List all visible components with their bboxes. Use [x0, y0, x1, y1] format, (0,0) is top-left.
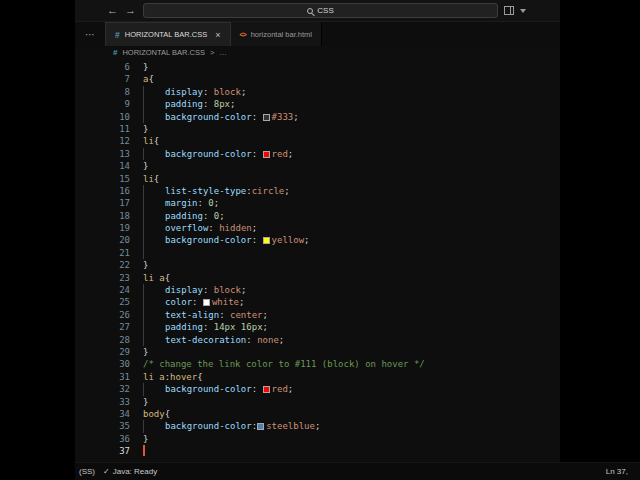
- token-val: #333: [272, 112, 294, 122]
- token-val: center: [230, 310, 263, 320]
- code-line-23[interactable]: 23li a{: [75, 272, 560, 284]
- java-status-icon: ✓: [103, 467, 110, 476]
- token-punct: :: [203, 322, 214, 332]
- code-line-11[interactable]: 11}: [75, 123, 560, 135]
- code-line-31[interactable]: 31li a:hover{: [75, 371, 560, 383]
- line-content: }: [143, 433, 148, 445]
- token-punct: {: [165, 273, 170, 283]
- code-line-19[interactable]: 19overflow: hidden;: [75, 222, 560, 234]
- token-punct: :: [252, 384, 263, 394]
- forward-icon[interactable]: →: [125, 5, 136, 16]
- line-number: 27: [75, 321, 130, 333]
- code-line-32[interactable]: 32background-color: red;: [75, 383, 560, 395]
- code-line-28[interactable]: 28text-decoration: none;: [75, 334, 560, 346]
- indent-guide: [143, 284, 165, 296]
- line-content: overflow: hidden;: [143, 222, 257, 234]
- token-prop: padding: [165, 322, 203, 332]
- cursor-position[interactable]: Ln 37,: [606, 467, 628, 476]
- code-line-18[interactable]: 18padding: 0;: [75, 210, 560, 222]
- token-punct: ;: [315, 421, 320, 431]
- line-content: /* change the link color to #111 (block)…: [143, 358, 425, 370]
- indent-guide: [143, 98, 165, 110]
- code-line-13[interactable]: 13background-color: red;: [75, 148, 560, 160]
- indent-guide: [143, 296, 165, 308]
- back-icon[interactable]: ←: [107, 5, 118, 16]
- code-line-15[interactable]: 15li{: [75, 173, 560, 185]
- code-line-17[interactable]: 17margin: 0;: [75, 197, 560, 209]
- token-punct: ;: [263, 322, 268, 332]
- line-content: padding: 8px;: [143, 98, 235, 110]
- indent-guide: [143, 383, 165, 395]
- breadcrumb: # HORIZONTAL BAR.CSS > …: [75, 46, 560, 59]
- token-val: circle: [252, 186, 285, 196]
- color-swatch: [263, 237, 270, 244]
- code-line-16[interactable]: 16list-style-type:circle;: [75, 185, 560, 197]
- token-punct: ;: [239, 297, 244, 307]
- code-line-10[interactable]: 10background-color: #333;: [75, 111, 560, 123]
- token-prop: padding: [165, 211, 203, 221]
- breadcrumb-file[interactable]: HORIZONTAL BAR.CSS: [122, 48, 205, 57]
- tab-horizontal-bar-html[interactable]: <> horizontal bar.html: [231, 22, 322, 46]
- token-val: block: [214, 285, 241, 295]
- line-number: 22: [75, 259, 130, 271]
- indent-guide: [143, 234, 165, 246]
- code-line-22[interactable]: 22}: [75, 259, 560, 271]
- line-number: 19: [75, 222, 130, 234]
- tab-horizontal-bar-css[interactable]: # HORIZONTAL BAR.CSS ×: [105, 22, 231, 46]
- line-number: 23: [75, 272, 130, 284]
- command-center-search[interactable]: CSS: [143, 3, 498, 18]
- code-line-20[interactable]: 20background-color: yellow;: [75, 234, 560, 246]
- code-line-34[interactable]: 34body{: [75, 408, 560, 420]
- line-content: }: [143, 259, 148, 271]
- code-line-33[interactable]: 33}: [75, 396, 560, 408]
- token-punct: ;: [241, 285, 246, 295]
- line-content: li{: [143, 135, 159, 147]
- code-line-29[interactable]: 29}: [75, 346, 560, 358]
- status-left-badge[interactable]: (SS): [79, 467, 95, 476]
- indent-guide: [143, 321, 165, 333]
- token-punct: :: [203, 99, 214, 109]
- indent-guide: [143, 210, 165, 222]
- line-number: 37: [75, 445, 130, 457]
- ellipsis-menu[interactable]: ⋯: [75, 22, 105, 46]
- token-punct: ;: [279, 335, 284, 345]
- code-line-14[interactable]: 14}: [75, 160, 560, 172]
- code-area[interactable]: 6}7a{8display: block;9padding: 8px;10bac…: [75, 59, 560, 462]
- token-punct: ;: [263, 310, 268, 320]
- line-number: 25: [75, 296, 130, 308]
- line-content: }: [143, 123, 148, 135]
- line-content: [143, 247, 165, 259]
- code-line-12[interactable]: 12li{: [75, 135, 560, 147]
- token-punct: }: [143, 62, 148, 72]
- token-punct: :: [203, 285, 214, 295]
- code-line-36[interactable]: 36}: [75, 433, 560, 445]
- code-line-30[interactable]: 30/* change the link color to #111 (bloc…: [75, 358, 560, 370]
- code-line-7[interactable]: 7a{: [75, 73, 560, 85]
- code-line-6[interactable]: 6}: [75, 61, 560, 73]
- line-content: }: [143, 160, 148, 172]
- breadcrumb-more[interactable]: …: [219, 48, 227, 57]
- code-line-24[interactable]: 24display: block;: [75, 284, 560, 296]
- code-line-8[interactable]: 8display: block;: [75, 86, 560, 98]
- token-punct: :: [252, 149, 263, 159]
- color-swatch: [263, 386, 270, 393]
- token-val: none: [257, 335, 279, 345]
- line-number: 13: [75, 148, 130, 160]
- token-punct: }: [143, 124, 148, 134]
- code-line-25[interactable]: 25color: white;: [75, 296, 560, 308]
- java-status[interactable]: ✓ Java: Ready: [103, 467, 157, 476]
- code-line-35[interactable]: 35background-color:steelblue;: [75, 420, 560, 432]
- code-line-21[interactable]: 21: [75, 247, 560, 259]
- token-prop: list-style-type: [165, 186, 246, 196]
- token-sel: li: [143, 136, 154, 146]
- chevron-down-icon[interactable]: [520, 9, 526, 13]
- indent-guide: [143, 334, 165, 346]
- close-tab-icon[interactable]: ×: [215, 30, 220, 40]
- token-punct: :: [198, 198, 209, 208]
- indent-guide: [143, 197, 165, 209]
- code-line-26[interactable]: 26text-align: center;: [75, 309, 560, 321]
- split-editor-icon[interactable]: [504, 6, 514, 15]
- code-line-9[interactable]: 9padding: 8px;: [75, 98, 560, 110]
- code-line-27[interactable]: 27padding: 14px 16px;: [75, 321, 560, 333]
- code-line-37[interactable]: 37: [75, 445, 560, 457]
